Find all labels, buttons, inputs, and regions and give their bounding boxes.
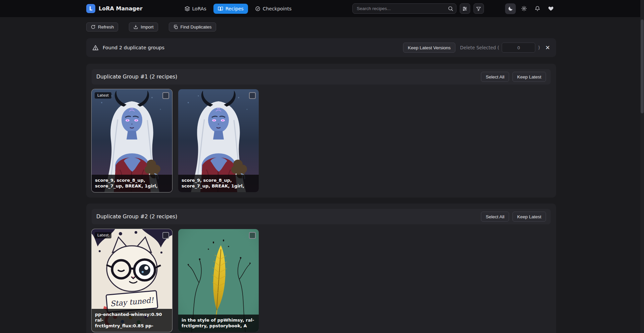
main-nav: LoRAs Recipes Checkpoints [180,4,296,14]
tab-label: Recipes [226,6,244,11]
alert-message: Found 2 duplicate groups [103,45,164,50]
notifications-bell-icon[interactable] [532,3,543,14]
duplicates-alert-banner: Found 2 duplicate groups Keep Latest Ver… [86,38,556,57]
recipe-caption: score_9, score_8_up, score_7_up, BREAK, … [178,175,259,192]
sliders-icon[interactable] [460,3,470,14]
check-circle-icon [255,6,260,11]
recipe-card[interactable]: in the style of ppWhimsy, ral- frctlgmtr… [178,229,259,332]
layers-icon [185,6,190,11]
find-duplicates-button[interactable]: Find Duplicates [169,22,216,32]
app-brand: L LoRA Manager [86,4,143,13]
settings-gear-icon[interactable] [518,3,529,14]
caption-line: in the style of ppWhimsy, ral- [182,317,255,323]
caption-line: score_9, score_8_up, [182,177,255,183]
recipe-card[interactable]: Stay tuned! Latest pp-enchanted-whimsy:0… [92,229,172,332]
keep-latest-button[interactable]: Keep Latest [512,212,546,222]
refresh-label: Refresh [98,24,114,30]
warning-icon [92,45,99,51]
main-content: Refresh Import Find Duplicates Found 2 d… [86,17,556,333]
keep-latest-versions-button[interactable]: Keep Latest Versions [403,43,455,53]
delete-selected-suffix: ) [538,45,540,50]
select-all-button[interactable]: Select All [481,212,509,222]
app-title: LoRA Manager [99,5,143,12]
import-label: Import [141,24,153,30]
caption-line: score_7_up, BREAK, 1girl, [182,183,255,189]
card-checkbox[interactable] [249,232,256,239]
caption-line: pp-enchanted-whimsy:0.90 ral- [95,312,169,323]
keep-latest-button[interactable]: Keep Latest [512,72,546,82]
group-title: Duplicate Group #2 (2 recipes) [96,214,177,220]
book-icon [218,6,223,11]
recipe-caption: in the style of ppWhimsy, ral- frctlgmtr… [178,315,259,332]
theme-toggle-moon-icon[interactable] [505,3,516,14]
tab-recipes[interactable]: Recipes [213,4,248,14]
search-icon[interactable] [448,6,453,11]
delete-selected-control: Delete Selected ( ) [460,43,540,53]
delete-selected-label: Delete Selected ( [460,45,499,50]
duplicate-group-2-panel: Duplicate Group #2 (2 recipes) Select Al… [86,204,556,333]
tab-label: Checkpoints [263,6,292,11]
caption-line: frctlgmtry, ppstorybook, A [182,323,255,329]
favorites-heart-icon[interactable] [545,3,556,14]
toolbar: Refresh Import Find Duplicates [86,22,556,32]
card-grid: Stay tuned! Latest pp-enchanted-whimsy:0… [92,229,551,332]
top-navbar: L LoRA Manager LoRAs Recipes Checkpoi [0,0,644,17]
group-header: Duplicate Group #2 (2 recipes) Select Al… [92,209,551,224]
caption-line: score_7_up, BREAK, 1girl, [95,183,169,189]
selected-count-input[interactable] [502,43,535,53]
duplicate-group-1-panel: Duplicate Group #1 (2 recipes) Select Al… [86,64,556,198]
recipe-card[interactable]: Latest score_9, score_8_up, score_7_up, … [92,89,172,192]
caption-line: frctlgmtry_flux:0.85 pp- [95,323,169,329]
recipe-caption: score_9, score_8_up, score_7_up, BREAK, … [92,175,172,192]
card-grid: Latest score_9, score_8_up, score_7_up, … [92,89,551,192]
import-button[interactable]: Import [129,22,158,32]
recipe-caption: pp-enchanted-whimsy:0.90 ral- frctlgmtry… [92,309,172,332]
card-checkbox[interactable] [162,232,169,239]
tab-checkpoints[interactable]: Checkpoints [251,4,296,14]
group-title: Duplicate Group #1 (2 recipes) [96,74,177,80]
refresh-icon [91,24,96,30]
search-box [352,3,456,14]
tab-label: LoRAs [192,6,206,11]
find-duplicates-label: Find Duplicates [181,24,212,30]
group-header: Duplicate Group #1 (2 recipes) Select Al… [92,69,551,85]
app-logo-icon: L [86,4,95,13]
scrollbar-thumb[interactable] [641,19,644,113]
caption-line: score_9, score_8_up, [95,177,169,183]
recipe-card[interactable]: score_9, score_8_up, score_7_up, BREAK, … [178,89,259,192]
latest-badge: Latest [95,232,111,238]
search-input[interactable] [352,3,456,14]
import-icon [133,24,138,30]
page-scrollbar[interactable] [640,0,644,333]
card-checkbox[interactable] [249,92,256,99]
tab-loras[interactable]: LoRAs [180,4,211,14]
filter-funnel-icon[interactable] [474,3,484,14]
close-icon[interactable]: ✕ [545,45,550,51]
card-checkbox[interactable] [162,92,169,99]
refresh-button[interactable]: Refresh [86,22,118,32]
copy-icon [173,24,178,30]
latest-badge: Latest [95,92,111,99]
select-all-button[interactable]: Select All [481,72,509,82]
